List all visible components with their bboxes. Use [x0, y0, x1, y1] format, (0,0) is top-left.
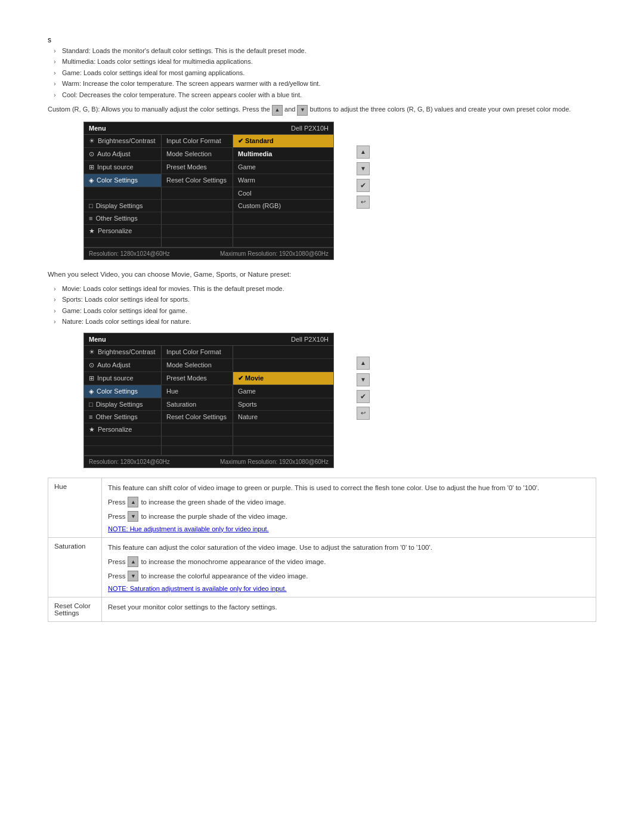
nav2-check-btn[interactable]: ✔: [357, 390, 370, 403]
osd1-spacer: [84, 238, 333, 247]
osd2-header: Menu Dell P2X10H: [84, 333, 333, 346]
osd2-row-4: Color Settings Hue Game: [84, 385, 333, 398]
saturation-press-down: Press ▼ to increase the colorful appeara…: [108, 571, 590, 581]
down-arrow-btn-1[interactable]: ▼: [128, 511, 138, 522]
hue-content: This feature can shift color of video im…: [102, 478, 596, 537]
osd-menu-2: Menu Dell P2X10H Brightness/Contrast Inp…: [83, 333, 346, 468]
nav2-back-btn[interactable]: ↩: [357, 407, 370, 420]
color-bullet-item: Multimedia: Loads color settings ideal f…: [54, 57, 596, 66]
personalize-icon2: [89, 426, 95, 433]
nav-check-btn[interactable]: ✔: [357, 179, 370, 192]
color-bullet-item: Game: Loads color settings ideal for mos…: [54, 69, 596, 78]
up-arrow-btn-2[interactable]: ▲: [128, 556, 138, 567]
osd2-row-1: Brightness/Contrast Input Color Format: [84, 346, 333, 359]
osd2-row-5: Display Settings Saturation Sports: [84, 398, 333, 411]
osd1-header: Menu Dell P2X10H: [84, 122, 333, 135]
brightness-icon2: [89, 348, 95, 356]
reset-color-description: Reset your monitor color settings to the…: [108, 602, 590, 612]
reset-color-label: Reset Color Settings: [48, 597, 102, 622]
up-arrow-icon: ▲: [272, 105, 283, 116]
hue-press-up: Press ▲ to increase the green shade of t…: [108, 497, 590, 507]
press-label-1: Press: [108, 498, 125, 506]
nav-back-btn[interactable]: ↩: [357, 196, 370, 209]
hue-press-down-text: to increase the purple shade of the vide…: [141, 513, 287, 520]
color-icon2: [89, 388, 94, 395]
osd-menu-1: Menu Dell P2X10H Brightness/Contrast Inp…: [83, 122, 346, 260]
other-icon: [89, 215, 92, 222]
other-icon2: [89, 413, 92, 420]
osd1-row-7: Other Settings: [84, 212, 333, 225]
osd2-nav-buttons: ▲ ▼ ✔ ↩: [357, 357, 370, 420]
saturation-press-up-text: to increase the monochrome appearance of…: [141, 558, 326, 565]
osd1-row-2: Auto Adjust Mode Selection Multimedia: [84, 148, 333, 161]
display-icon: [89, 202, 93, 209]
osd2-spacer2: [84, 446, 333, 456]
color-bullet-item: Standard: Loads the monitor's default co…: [54, 47, 596, 55]
down-arrow-btn-2[interactable]: ▼: [128, 571, 138, 581]
osd2-row-7: Personalize: [84, 423, 333, 436]
video-bullet-list: Movie: Loads color settings ideal for mo…: [48, 284, 596, 327]
osd2-footer: Resolution: 1280x1024@60Hz Maximum Resol…: [84, 456, 333, 467]
color-mode-list: Standard: Loads the monitor's default co…: [48, 47, 596, 100]
input-icon: [89, 163, 94, 171]
saturation-row: Saturation This feature can adjust the c…: [48, 537, 596, 597]
nav-up-btn[interactable]: ▲: [357, 145, 370, 159]
autoadjust-icon2: [89, 361, 94, 369]
press-label-3: Press: [108, 558, 125, 565]
nav2-up-btn[interactable]: ▲: [357, 357, 370, 370]
color-icon: [89, 176, 94, 184]
osd1-row-5: Cool: [84, 187, 333, 200]
osd1-nav-buttons: ▲ ▼ ✔ ↩: [357, 145, 370, 209]
page-wrapper: s Standard: Loads the monitor's default …: [0, 0, 644, 646]
input-icon2: [89, 374, 94, 382]
display-icon2: [89, 401, 93, 408]
nav-down-btn[interactable]: ▼: [357, 162, 370, 175]
s-label: s: [48, 36, 596, 44]
hue-description: This feature can shift color of video im…: [108, 483, 590, 493]
osd1-row-4: Color Settings Reset Color Settings Warm: [84, 174, 333, 187]
reset-color-row: Reset Color Settings Reset your monitor …: [48, 597, 596, 622]
hue-note: NOTE: Hue adjustment is available only f…: [108, 525, 590, 532]
osd1-row-1: Brightness/Contrast Input Color Format ✔…: [84, 135, 333, 148]
press-label-4: Press: [108, 572, 125, 580]
saturation-note: NOTE: Saturation adjustment is available…: [108, 585, 590, 592]
autoadjust-icon: [89, 150, 94, 158]
video-bullet-item: Sports: Loads color settings ideal for s…: [54, 295, 596, 304]
saturation-content: This feature can adjust the color satura…: [102, 537, 596, 597]
custom-note: Custom (R, G, B): Allows you to manually…: [48, 104, 596, 116]
osd2-spacer: [84, 436, 333, 446]
osd1-row-6: Display Settings Custom (RGB): [84, 200, 333, 212]
hue-row: Hue This feature can shift color of vide…: [48, 478, 596, 537]
nav2-down-btn[interactable]: ▼: [357, 373, 370, 386]
feature-table: Hue This feature can shift color of vide…: [48, 478, 596, 623]
osd2-row-6: Other Settings Reset Color Settings Natu…: [84, 411, 333, 423]
saturation-press-up: Press ▲ to increase the monochrome appea…: [108, 556, 590, 567]
video-bullet-item: Game: Loads color settings ideal for gam…: [54, 306, 596, 315]
osd1-row-8: Personalize: [84, 225, 333, 238]
hue-label: Hue: [48, 478, 102, 537]
osd1-footer: Resolution: 1280x1024@60Hz Maximum Resol…: [84, 247, 333, 259]
hue-press-up-text: to increase the green shade of the video…: [141, 498, 286, 506]
saturation-description: This feature can adjust the color satura…: [108, 543, 590, 553]
video-section-text: When you select Video, you can choose Mo…: [48, 270, 596, 280]
osd1-row-3: Input source Preset Modes Game: [84, 161, 333, 174]
saturation-press-down-text: to increase the colorful appearance of t…: [141, 572, 308, 580]
video-bullet-item: Nature: Loads color settings ideal for n…: [54, 317, 596, 326]
color-bullet-item: Warm: Increase the color temperature. Th…: [54, 79, 596, 88]
personalize-icon: [89, 227, 95, 235]
press-label-2: Press: [108, 513, 125, 520]
osd2-row-2: Auto Adjust Mode Selection: [84, 359, 333, 372]
saturation-label: Saturation: [48, 537, 102, 597]
up-arrow-btn-1[interactable]: ▲: [128, 497, 138, 507]
color-bullet-item: Cool: Decreases the color temperature. T…: [54, 91, 596, 100]
video-bullet-item: Movie: Loads color settings ideal for mo…: [54, 284, 596, 293]
reset-color-content: Reset your monitor color settings to the…: [102, 597, 596, 622]
hue-press-down: Press ▼ to increase the purple shade of …: [108, 511, 590, 522]
down-arrow-icon: ▼: [297, 105, 308, 116]
osd2-row-3: Input source Preset Modes ✔ Movie: [84, 372, 333, 385]
brightness-icon: [89, 137, 95, 145]
